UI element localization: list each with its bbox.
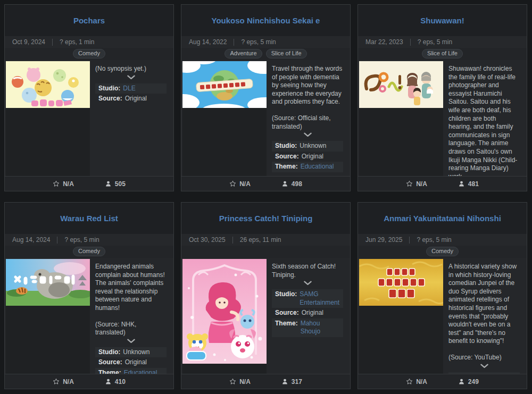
genre-tag[interactable]: Adventure [225, 49, 262, 58]
members-count: 481 [468, 180, 479, 188]
synopsis-source: (Source: YouTube) [448, 354, 520, 362]
property-row-source: Source: Original [272, 152, 343, 162]
members: 498 [281, 180, 302, 188]
property-list: Studio: Unknown Source: Original Theme: … [95, 347, 167, 374]
members: 505 [105, 180, 126, 188]
studio-link[interactable]: DLE [123, 85, 135, 93]
members: 249 [458, 378, 479, 385]
card-footer: N/A 317 [181, 374, 350, 389]
genre-tag[interactable]: Comedy [73, 247, 105, 256]
score: N/A [406, 180, 427, 188]
anime-thumbnail[interactable] [6, 61, 90, 108]
score-value: N/A [416, 180, 427, 188]
genre-tag[interactable]: Comedy [73, 49, 105, 58]
start-date: Jun 29, 2025 [365, 236, 402, 244]
star-icon [229, 378, 236, 385]
genre-tag[interactable]: Comedy [426, 247, 459, 256]
meta-row: Oct 9, 2024 ? eps, 1 min [5, 36, 173, 48]
genre-tag-row: Comedy [5, 246, 173, 258]
property-label: Studio: [98, 348, 120, 357]
genre-tag[interactable]: Slice of Life [422, 49, 463, 58]
chevron-down-icon [127, 339, 135, 343]
members: 481 [458, 180, 479, 188]
anime-title-link[interactable]: Pochars [73, 16, 105, 26]
start-date: Oct 9, 2024 [12, 38, 45, 46]
genre-tag-row: Slice of Life [358, 48, 527, 60]
anime-thumbnail[interactable] [359, 61, 443, 108]
members-icon [281, 378, 288, 385]
property-label: Source: [98, 358, 122, 367]
score-value: N/A [416, 378, 427, 385]
start-date: Oct 30, 2025 [189, 236, 226, 244]
genre-tag-row: Adventure Slice of Life [181, 48, 350, 60]
property-label: Theme: [275, 320, 298, 328]
members-count: 410 [115, 378, 126, 385]
expand-button[interactable] [95, 75, 167, 81]
property-list: Studio: SAMG Entertainment Source: Origi… [272, 289, 343, 337]
meta-row: Mar 22, 2023 ? eps, 5 min [358, 36, 527, 48]
studio-value: Unknown [123, 348, 149, 357]
property-row-theme: Theme: Educational [272, 162, 343, 172]
members: 410 [105, 378, 126, 385]
card-header: Pochars [5, 5, 173, 36]
synopsis-paragraph: Endangered animals complain about humans… [95, 263, 167, 313]
members: 317 [281, 378, 302, 385]
card-header: Anmari Yakunitatanai Nihonshi [358, 203, 527, 234]
anime-card-anmari: Anmari Yakunitatanai Nihonshi Jun 29, 20… [358, 202, 527, 389]
synopsis-paragraph: Shuwawan! chronicles the family life of … [448, 65, 520, 176]
members-icon [458, 378, 465, 385]
synopsis-column: A historical variety show in which histo… [443, 259, 526, 374]
score-value: N/A [239, 180, 251, 188]
meta-row: Aug 14, 2024 ? eps, 5 min [5, 234, 173, 246]
genre-tag[interactable]: Slice of Life [266, 49, 307, 58]
expand-button[interactable] [272, 281, 343, 287]
eps-duration: ? eps, 5 min [64, 236, 99, 244]
star-icon [53, 378, 60, 385]
thumbnail-column [182, 61, 267, 176]
anime-thumbnail[interactable] [182, 259, 267, 364]
theme-link[interactable]: Educational [124, 369, 157, 374]
star-icon [53, 180, 60, 187]
score-value: N/A [239, 378, 251, 385]
expand-button[interactable] [272, 132, 343, 139]
expand-button[interactable] [448, 364, 520, 370]
expand-button[interactable] [95, 339, 167, 345]
source-value: Original [302, 153, 323, 161]
theme-link[interactable]: Educational [301, 163, 334, 171]
synopsis-source: (Source: Official site, translated) [272, 114, 343, 131]
meta-divider [234, 39, 234, 46]
anime-title-link[interactable]: Warau Red List [60, 214, 118, 223]
studio-value: Unknown [300, 142, 326, 150]
start-date: Aug 14, 2024 [12, 236, 50, 244]
theme-link[interactable]: Mahou Shoujo [301, 320, 340, 336]
anime-thumbnail[interactable] [359, 259, 443, 306]
anime-thumbnail[interactable] [6, 259, 90, 306]
anime-title-link[interactable]: Anmari Yakunitatanai Nihonshi [384, 214, 501, 223]
start-date: Mar 22, 2023 [365, 38, 403, 46]
eps-duration: ? eps, 5 min [418, 38, 452, 46]
genre-tag-row [181, 246, 350, 258]
studio-link[interactable]: SAMG Entertainment [300, 290, 340, 307]
property-label: Source: [98, 95, 122, 103]
members-count: 505 [115, 180, 126, 188]
chevron-down-icon [127, 75, 135, 80]
members-icon [281, 180, 288, 187]
score-value: N/A [63, 180, 74, 188]
source-value: Original [302, 309, 323, 317]
tiniping-key-visual [182, 259, 267, 364]
star-icon [229, 180, 236, 187]
card-body: Travel through the words of people with … [181, 60, 350, 176]
score: N/A [229, 180, 251, 188]
start-date: Aug 14, 2022 [189, 38, 227, 46]
anime-title-link[interactable]: Princess Catch! Tiniping [219, 214, 313, 223]
anime-card-warau-red-list: Warau Red List Aug 14, 2024 ? eps, 5 min… [4, 202, 174, 389]
meta-row: Jun 29, 2025 ? eps, 5 min [358, 234, 527, 246]
anime-thumbnail[interactable] [182, 61, 267, 108]
card-footer: N/A 481 [358, 176, 527, 191]
anime-title-link[interactable]: Youkoso Ninchishou Sekai e [212, 16, 320, 26]
card-footer: N/A 249 [358, 374, 527, 389]
anime-title-link[interactable]: Shuwawan! [420, 16, 464, 26]
property-list: Studio: DLE Source: Original [95, 83, 167, 104]
thumbnail-column [359, 61, 443, 176]
score-value: N/A [63, 378, 74, 385]
